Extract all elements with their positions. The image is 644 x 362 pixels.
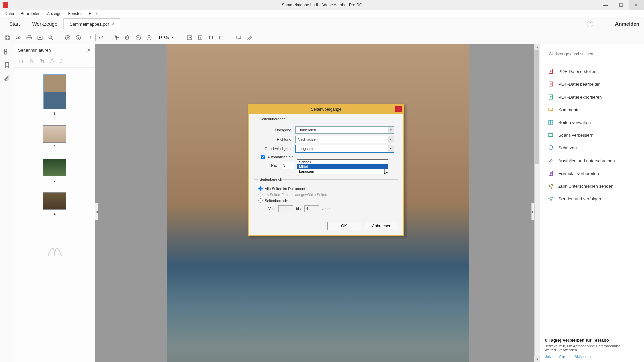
hand-tool-icon[interactable] [124, 34, 131, 41]
thumbnails-rail-icon[interactable] [4, 48, 10, 55]
separator [59, 33, 59, 42]
speed-option[interactable]: Langsam [297, 169, 388, 174]
tab-werkzeuge[interactable]: Werkzeuge [26, 18, 64, 29]
maximize-button[interactable]: ☐ [613, 0, 629, 10]
menu-hilfe[interactable]: Hilfe [86, 11, 99, 17]
cloud-icon[interactable] [15, 34, 22, 41]
menu-datei[interactable]: Datei [2, 11, 17, 17]
bookmark-rail-icon[interactable] [4, 62, 10, 68]
prev-page-icon[interactable] [64, 34, 71, 41]
scroll-up-icon[interactable]: ▲ [534, 44, 540, 50]
speed-dropdown-list: SchnellMittelLangsam [297, 159, 388, 174]
tab-start[interactable]: Start [3, 18, 26, 29]
von-input[interactable] [278, 205, 293, 212]
tool-fill[interactable]: Ausfüllen und unterschreiben [540, 154, 644, 167]
reading-mode-icon[interactable] [218, 34, 225, 41]
next-page-icon[interactable] [75, 34, 82, 41]
auto-flip-checkbox[interactable] [261, 155, 265, 159]
thumbnail-page-1[interactable]: 1 [43, 74, 66, 115]
tab-document[interactable]: Sammelmappe1.pdf × [63, 18, 120, 29]
menu-fenster[interactable]: Fenster [65, 11, 85, 17]
menu-bearbeiten[interactable]: Bearbeiten [18, 11, 43, 17]
svg-rect-19 [551, 120, 553, 124]
print-icon[interactable] [25, 34, 33, 41]
transition-select[interactable]: Einblenden ▼ [295, 126, 394, 134]
promo-buy-link[interactable]: Jetzt kaufen [545, 355, 565, 359]
zoom-in-icon[interactable] [145, 34, 153, 41]
tool-scan[interactable]: Scans verbessern [540, 129, 644, 141]
transition-value: Einblenden [298, 128, 316, 132]
tool-sendSign[interactable]: Zum Unterschreiben senden [540, 180, 644, 192]
mail-icon[interactable] [36, 34, 44, 41]
tool-label: Ausfüllen und unterschreiben [558, 158, 615, 163]
rotate-icon[interactable] [207, 34, 215, 41]
svg-rect-8 [210, 36, 213, 39]
thumb-rotate-cw-icon[interactable] [59, 59, 64, 65]
tool-comment[interactable]: Kommentar [540, 103, 644, 116]
promo-activate-link[interactable]: Aktivieren [575, 355, 591, 359]
save-icon[interactable] [4, 34, 11, 41]
tool-label: PDF-Datei exportieren [558, 95, 602, 100]
minimize-button[interactable]: — [598, 0, 613, 10]
thumbnails-close-icon[interactable]: ✕ [87, 47, 91, 53]
tool-pages[interactable]: Seiten verwalten [540, 116, 644, 129]
tool-create[interactable]: PDF-Datei erstellen [540, 65, 644, 78]
help-icon[interactable]: ? [587, 21, 593, 27]
thumbnail-page-4[interactable]: 4 [43, 192, 66, 216]
thumbnail-page-3[interactable]: 3 [43, 159, 66, 182]
svg-rect-14 [42, 60, 43, 63]
dialog-close-button[interactable]: ✕ [395, 106, 402, 112]
speed-label: Geschwindigkeit: [258, 147, 295, 151]
dialog-titlebar[interactable]: Seitenübergänge ✕ [249, 105, 403, 114]
zoom-select[interactable]: 15,5%▼ [156, 34, 176, 41]
radio-range[interactable] [258, 198, 263, 203]
attachment-rail-icon[interactable] [4, 75, 10, 82]
close-button[interactable]: ✕ [629, 0, 644, 10]
thumb-options-icon[interactable] [19, 59, 24, 65]
fit-page-icon[interactable] [197, 34, 204, 41]
vertical-scrollbar[interactable]: ▲ ▼ [534, 44, 540, 362]
tool-form[interactable]: Formular vorbereiten [540, 167, 644, 180]
comment-icon[interactable] [235, 34, 243, 41]
speed-option[interactable]: Mittel [297, 164, 388, 169]
bis-input[interactable] [304, 205, 319, 212]
page-range-legend: Seitenbereich [258, 177, 283, 181]
page-number-input[interactable] [86, 34, 96, 41]
radio-all-pages[interactable] [258, 186, 263, 191]
tools-search-wrapper [545, 49, 639, 59]
cancel-button[interactable]: Abbrechen [365, 222, 398, 230]
tool-export[interactable]: PDF-Datei exportieren [540, 90, 644, 103]
speed-option[interactable]: Schnell [297, 160, 388, 164]
thumb-rotate-ccw-icon[interactable] [49, 59, 54, 65]
tools-search-input[interactable] [545, 49, 639, 59]
ok-button[interactable]: OK [327, 222, 361, 230]
scrollbar-thumb[interactable] [535, 50, 539, 164]
pointer-tool-icon[interactable] [113, 34, 120, 41]
collapse-left-handle[interactable]: ◀ [95, 203, 98, 220]
thumb-delete-icon[interactable] [29, 59, 34, 65]
thumbnails-title: Seitenminiaturen [18, 48, 51, 53]
radio-selected-label: Im Seiten-Fenster ausgewählte Seiten [265, 193, 327, 197]
direction-select[interactable]: Nach außen ▼ [295, 136, 394, 143]
thumb-extract-icon[interactable] [39, 59, 44, 65]
search-icon[interactable] [47, 34, 54, 41]
zoom-out-icon[interactable] [135, 34, 142, 41]
tab-document-label: Sammelmappe1.pdf [70, 22, 109, 27]
toolbar: / 4 15,5%▼ [0, 31, 644, 44]
menu-anzeige[interactable]: Anzeige [44, 11, 64, 17]
tool-protect[interactable]: Schützen [540, 141, 644, 154]
fit-width-icon[interactable] [186, 34, 193, 41]
tab-close-icon[interactable]: × [112, 22, 114, 27]
highlight-icon[interactable] [246, 34, 253, 41]
chevron-down-icon: ▼ [388, 145, 394, 152]
tool-send[interactable]: Senden und verfolgen [540, 192, 644, 205]
trial-promo: 0 Tag(e) verbleiben für Testabo Jetzt ka… [540, 334, 644, 362]
notification-icon[interactable]: ! [601, 21, 607, 27]
scroll-down-icon[interactable]: ▼ [534, 356, 540, 362]
nach-input[interactable] [282, 162, 294, 169]
radio-selected-pages[interactable] [258, 192, 263, 197]
login-link[interactable]: Anmelden [615, 21, 639, 27]
speed-select[interactable]: Langsam ▼ [295, 145, 394, 153]
thumbnail-page-2[interactable]: 2 [43, 125, 66, 149]
tool-edit[interactable]: PDF-Datei bearbeiten [540, 78, 644, 90]
